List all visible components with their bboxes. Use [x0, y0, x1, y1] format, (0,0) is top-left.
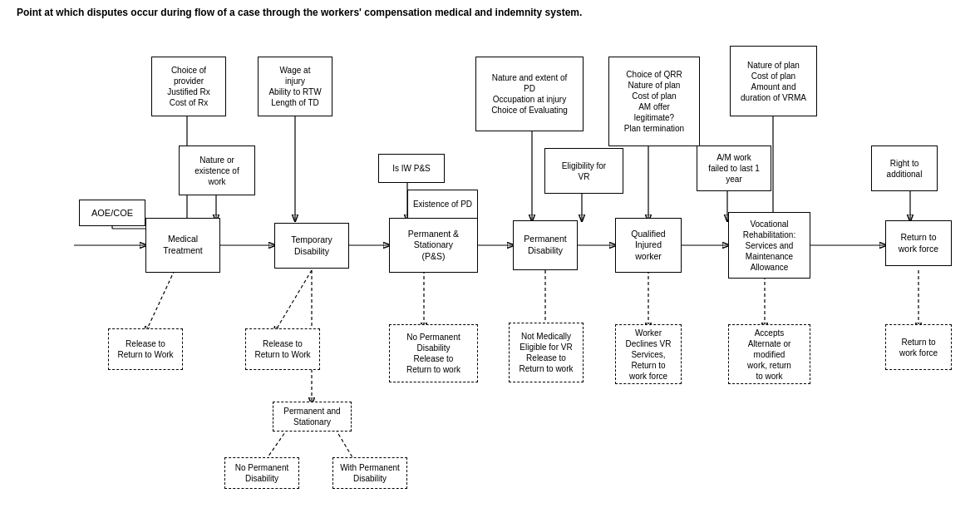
- am-work-failed-box: A/M work failed to last 1 year: [697, 145, 771, 191]
- choice-provider-box: Choice of provider Justified Rx Cost of …: [151, 57, 226, 116]
- aoe-coe-box: AOE/COE: [79, 200, 145, 226]
- temporary-disability-box: Temporary Disability: [274, 223, 349, 269]
- worker-declines-box: Worker Declines VR Services, Return to w…: [615, 324, 682, 384]
- choice-qrr-box: Choice of QRR Nature of plan Cost of pla…: [608, 57, 700, 146]
- return-workforce-right-box: Return to work force: [885, 324, 952, 370]
- nature-extent-pd-box: Nature and extent of PD Occupation at in…: [475, 57, 584, 131]
- vr-services-box: Vocational Rehabilitation: Services and …: [728, 212, 810, 279]
- eligibility-vr-box: Eligibility for VR: [544, 148, 623, 194]
- release-rtw-2-box: Release to Return to Work: [245, 328, 320, 370]
- diagram-container: Point at which disputes occur during flo…: [0, 0, 980, 508]
- nature-existence-box: Nature or existence of work: [179, 145, 255, 195]
- right-additional-box: Right to additional: [871, 145, 938, 191]
- page-title: Point at which disputes occur during flo…: [17, 7, 582, 18]
- return-workforce-box: Return to work force: [885, 220, 952, 266]
- permanent-disability-box: Permanent Disability: [513, 220, 578, 270]
- medical-treatment-box: Medical Treatment: [145, 218, 220, 273]
- wage-at-injury-box: Wage at injury Ability to RTW Length of …: [258, 57, 332, 116]
- svg-line-7: [145, 270, 175, 333]
- no-perm-disability-rtw-box: No Permanent Disability Release to Retur…: [389, 324, 478, 382]
- permanent-stationary-2-box: Permanent and Stationary: [273, 402, 352, 432]
- svg-line-9: [274, 270, 312, 333]
- release-rtw-1-box: Release to Return to Work: [108, 328, 183, 370]
- with-permanent-disability-box: With Permanent Disability: [332, 457, 407, 489]
- qualified-injured-worker-box: Qualified Injured worker: [615, 218, 682, 273]
- nature-plan-vrma-box: Nature of plan Cost of plan Amount and d…: [730, 46, 817, 116]
- not-medically-eligible-rtw-box: Not Medically Eligible for VR Release to…: [509, 323, 584, 382]
- permanent-stationary-box: Permanent & Stationary (P&S): [389, 218, 478, 273]
- existence-pd-box: Existence of PD: [407, 190, 478, 219]
- is-iw-ps-box: Is IW P&S: [378, 154, 445, 183]
- accepts-alternate-box: Accepts Alternate or modified work, retu…: [728, 324, 810, 384]
- no-permanent-disability-box: No Permanent Disability: [224, 457, 299, 489]
